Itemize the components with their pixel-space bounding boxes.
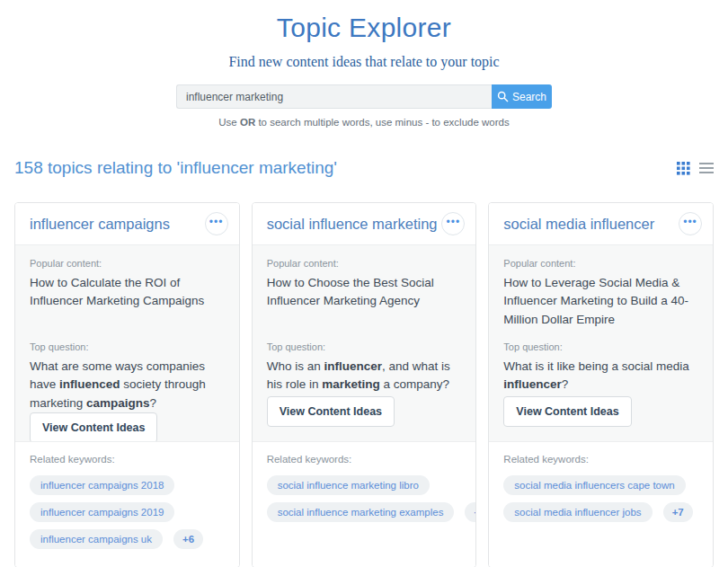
page-header: Topic Explorer Find new content ideas th… (0, 0, 728, 128)
more-keywords-pill[interactable]: +7 (663, 502, 693, 522)
related-keywords-label: Related keywords: (503, 454, 698, 465)
related-keywords-label: Related keywords: (267, 454, 462, 465)
view-content-ideas-button[interactable]: View Content Ideas (30, 412, 157, 443)
ellipsis-icon: ••• (683, 217, 697, 227)
top-question-label: Top question: (503, 341, 698, 352)
keyword-pill[interactable]: social media influencer jobs (503, 502, 652, 522)
topic-card-body: Popular content: How to Choose the Best … (253, 245, 476, 441)
topic-cards-grid: influencer campaigns ••• Popular content… (14, 202, 714, 567)
search-bar: Search (176, 84, 552, 109)
top-question-label: Top question: (267, 341, 462, 352)
ellipsis-icon: ••• (447, 217, 461, 227)
topic-card-header: social media influencer ••• (489, 203, 713, 245)
search-input[interactable] (176, 84, 492, 109)
view-content-ideas-button[interactable]: View Content Ideas (267, 396, 395, 427)
keyword-pill[interactable]: social media influencers cape town (503, 475, 685, 495)
keyword-pill[interactable]: influencer campaigns uk (30, 529, 163, 549)
related-keywords-label: Related keywords: (30, 454, 225, 465)
search-hint: Use OR to search multiple words, use min… (0, 117, 728, 128)
ellipsis-icon: ••• (209, 217, 224, 227)
top-question-text: Who is an influencer, and what is his ro… (267, 358, 462, 394)
topic-card: social influence marketing ••• Popular c… (252, 202, 477, 567)
keyword-pill[interactable]: social influence marketing libro (267, 475, 430, 495)
popular-content-text: How to Calculate the ROI of Influencer M… (30, 274, 225, 329)
topic-card: influencer campaigns ••• Popular content… (14, 202, 240, 567)
related-keywords-section: Related keywords: influencer campaigns 2… (15, 441, 239, 567)
keyword-list: influencer campaigns 2018influencer camp… (30, 475, 225, 549)
topic-card-body: Popular content: How to Leverage Social … (489, 245, 713, 441)
keyword-pill[interactable]: social influence marketing examples (267, 502, 455, 522)
page-title: Topic Explorer (0, 13, 728, 43)
more-options-button[interactable]: ••• (679, 212, 702, 235)
top-question-text: What are some ways companies have influe… (30, 358, 225, 412)
related-keywords-section: Related keywords: social media influence… (489, 441, 713, 567)
more-keywords-pill[interactable]: +7 (465, 502, 476, 522)
list-view-icon[interactable] (699, 162, 714, 174)
more-options-button[interactable]: ••• (441, 212, 465, 235)
keyword-pill[interactable]: influencer campaigns 2018 (30, 475, 174, 495)
related-keywords-section: Related keywords: social influence marke… (253, 441, 476, 567)
topic-card-header: influencer campaigns ••• (15, 203, 239, 245)
search-button-label: Search (512, 91, 546, 103)
more-options-button[interactable]: ••• (205, 212, 228, 235)
page-subtitle: Find new content ideas that relate to yo… (0, 54, 728, 70)
popular-content-text: How to Leverage Social Media & Influence… (503, 274, 698, 329)
more-keywords-pill[interactable]: +6 (173, 529, 203, 549)
topic-card-body: Popular content: How to Calculate the RO… (15, 245, 239, 441)
grid-view-icon[interactable] (677, 162, 690, 175)
top-question-label: Top question: (30, 341, 225, 352)
popular-content-label: Popular content: (503, 258, 698, 269)
keyword-list: social media influencers cape townsocial… (503, 475, 698, 522)
topic-card: social media influencer ••• Popular cont… (488, 202, 714, 567)
results-bar: 158 topics relating to 'influencer marke… (14, 158, 714, 178)
topic-title: influencer campaigns (30, 216, 170, 233)
results-heading: 158 topics relating to 'influencer marke… (14, 158, 337, 178)
search-icon (497, 91, 509, 102)
topic-title: social influence marketing (267, 216, 438, 233)
popular-content-label: Popular content: (30, 258, 225, 269)
view-content-ideas-button[interactable]: View Content Ideas (503, 396, 631, 427)
keyword-list: social influence marketing librosocial i… (267, 475, 462, 522)
topic-title: social media influencer (503, 216, 654, 233)
topic-card-header: social influence marketing ••• (253, 203, 476, 245)
top-question-text: What is it like being a social media inf… (503, 358, 698, 394)
search-button[interactable]: Search (492, 84, 552, 109)
keyword-pill[interactable]: influencer campaigns 2019 (30, 502, 174, 522)
popular-content-text: How to Choose the Best Social Influencer… (267, 274, 462, 329)
view-toggle (677, 162, 714, 175)
popular-content-label: Popular content: (267, 258, 462, 269)
